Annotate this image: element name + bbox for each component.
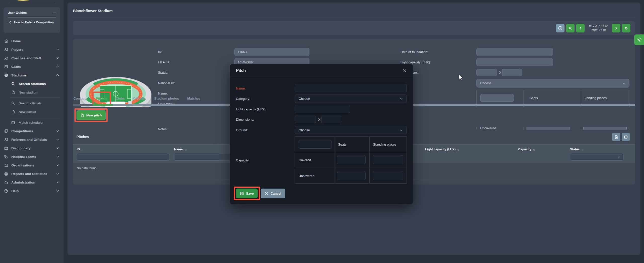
user-guides-card: User Guides — How to Enter a Competition — [4, 7, 60, 33]
pitch-modal: Pitch Name: Category: Choose Light capac… — [230, 64, 413, 204]
chevron-down-icon — [56, 181, 59, 184]
settings-fab[interactable] — [634, 34, 644, 45]
external-link-icon — [8, 20, 12, 24]
users-icon — [4, 48, 8, 52]
app-root: User Guides — How to Enter a Competition… — [0, 0, 644, 263]
logo-sliver — [18, 0, 29, 1]
chevron-down-icon — [56, 57, 59, 60]
tab-clubs[interactable]: Clubs — [115, 96, 125, 101]
sidebar-item-coaches-and-staff[interactable]: Coaches and Staff — [0, 54, 64, 62]
sidebar-item-organisations[interactable]: Organisations — [0, 161, 64, 169]
sidebar-item-players[interactable]: Players — [0, 45, 64, 54]
last-page-button[interactable] — [622, 24, 630, 32]
seats-header: Seats — [338, 143, 346, 146]
chevron-down-icon — [56, 147, 59, 150]
date-of-foundation-label: Date of foundation: — [400, 50, 428, 54]
column-header-id[interactable]: ID↑↓ — [77, 148, 83, 151]
next-page-button[interactable] — [612, 24, 620, 32]
sidebar-item-referees-and-officials[interactable]: Referees and Officials — [0, 135, 64, 144]
sidebar-item-match-scheduler[interactable]: Match scheduler — [0, 118, 64, 127]
sidebar-item-help[interactable]: Help — [0, 187, 64, 195]
pitch-category-label: Category: — [236, 97, 250, 101]
covered-seats-input[interactable] — [337, 155, 366, 164]
file-icon — [11, 90, 15, 94]
sidebar-item-reports-and-statistics[interactable]: Reports and Statistics — [0, 169, 64, 178]
column-header-light-capacity[interactable]: Light capacity (LUX)↑↓ — [425, 148, 459, 151]
help-icon — [4, 189, 8, 193]
search-icon — [11, 82, 15, 86]
info-button[interactable] — [556, 24, 565, 32]
chevron-down-icon — [399, 128, 403, 132]
chevron-down-icon — [617, 155, 621, 159]
tab-contacts[interactable]: Contacts — [73, 96, 88, 101]
dimension-length-input — [476, 69, 497, 76]
file-icon — [80, 113, 84, 117]
pitch-dimension-length-input[interactable] — [295, 116, 316, 123]
column-header-capacity[interactable]: Capacity↑↓ — [518, 148, 535, 151]
tag-icon — [4, 155, 8, 159]
active-tab-indicator — [93, 104, 113, 106]
sidebar: User Guides — How to Enter a Competition… — [0, 0, 64, 263]
pitch-name-input[interactable] — [295, 84, 407, 92]
sidebar-item-new-stadium[interactable]: New stadium — [0, 88, 64, 97]
cancel-button[interactable]: Cancel — [261, 189, 285, 198]
pitches-panel-title: Pitches — [76, 135, 89, 139]
pitch-name-label: Name: — [236, 86, 246, 90]
sidebar-item-disciplinary[interactable]: Disciplinary — [0, 144, 64, 152]
uncovered-seats-input[interactable] — [337, 171, 366, 180]
pitch-light-capacity-input[interactable] — [295, 105, 350, 113]
pitch-dimensions-label: Dimensions: — [236, 118, 254, 121]
dimension-width-input — [502, 69, 522, 76]
column-header-name[interactable]: Name↑↓ — [174, 148, 186, 151]
column-settings-button[interactable] — [622, 133, 630, 141]
covered-standing-input[interactable] — [373, 155, 403, 164]
light-capacity-input — [476, 58, 553, 66]
sort-icon: ↑↓ — [533, 148, 535, 151]
pitch-ground-select[interactable]: Choose — [295, 126, 407, 134]
uncovered-standing-input[interactable] — [373, 171, 403, 180]
sidebar-item-search-officials[interactable]: Search officials — [0, 99, 64, 107]
pitch-category-select[interactable]: Choose — [295, 95, 407, 103]
status-filter-select[interactable] — [570, 153, 623, 161]
home-icon — [4, 39, 8, 43]
export-excel-button[interactable] — [612, 133, 620, 141]
tab-officials[interactable]: Officials — [133, 96, 146, 101]
pagination-status: Result : 15 / 97 Page: 2 / 10 — [586, 24, 610, 32]
lock-icon — [4, 180, 8, 185]
close-icon[interactable] — [403, 69, 407, 73]
light-capacity-label: Light capacity (LUX): — [400, 60, 431, 64]
chevron-down-icon — [56, 138, 59, 141]
chevron-down-icon — [56, 189, 59, 192]
sidebar-item-clubs[interactable]: Clubs — [0, 62, 64, 71]
first-page-button[interactable] — [566, 24, 575, 32]
tab-stadium-photos[interactable]: Stadium photos — [154, 96, 179, 101]
chevron-down-icon — [399, 97, 403, 101]
sidebar-item-stadiums[interactable]: Stadiums — [0, 71, 64, 79]
sidebar-item-home[interactable]: Home — [0, 37, 64, 45]
user-guides-minimize-button[interactable]: — — [53, 11, 56, 15]
save-button[interactable]: Save — [236, 189, 258, 198]
ground-select[interactable]: Choose — [476, 79, 629, 87]
user-guides-link[interactable]: How to Enter a Competition — [8, 20, 56, 24]
status-label: Status: — [158, 71, 168, 74]
modal-actions: Save Cancel — [236, 189, 285, 198]
tab-matches[interactable]: Matches — [187, 96, 201, 101]
sidebar-item-new-official[interactable]: New official — [0, 107, 64, 116]
sidebar-item-administration[interactable]: Administration — [0, 178, 64, 187]
record-toolbar: Result : 15 / 97 Page: 2 / 10 — [73, 21, 635, 35]
tab-pitches[interactable]: Pitches — [95, 96, 108, 101]
id-filter-input[interactable] — [77, 153, 169, 161]
sort-icon: ↑↓ — [581, 148, 583, 151]
sidebar-item-search-stadiums[interactable]: Search stadiums — [0, 79, 64, 88]
sidebar-item-national-teams[interactable]: National Teams — [0, 152, 64, 161]
new-pitch-button[interactable]: New pitch — [76, 110, 106, 120]
column-header-status[interactable]: Status↑↓ — [570, 148, 583, 151]
capacity-header-input[interactable] — [299, 140, 332, 149]
globe-icon — [4, 73, 8, 77]
pitch-dimension-width-input[interactable] — [321, 116, 341, 123]
sort-icon: ↑↓ — [82, 148, 83, 151]
pitch-modal-title: Pitch — [236, 68, 246, 73]
sidebar-top-divider — [10, 4, 55, 4]
sidebar-item-competitions[interactable]: Competitions — [0, 127, 64, 135]
previous-page-button[interactable] — [576, 24, 585, 32]
